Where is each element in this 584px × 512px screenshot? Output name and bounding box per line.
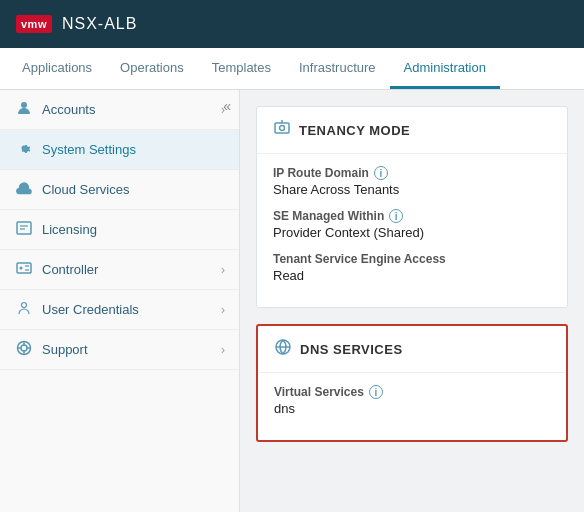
nav-item-infrastructure[interactable]: Infrastructure bbox=[285, 48, 390, 89]
dns-services-card: DNS SERVICES Virtual Services i dns bbox=[256, 324, 568, 442]
accounts-arrow-icon: › bbox=[221, 103, 225, 117]
vmw-logo: vmw bbox=[16, 15, 52, 33]
se-managed-within-field: SE Managed Within i Provider Context (Sh… bbox=[273, 209, 551, 240]
nav-item-templates[interactable]: Templates bbox=[198, 48, 285, 89]
sidebar-item-support[interactable]: Support › bbox=[0, 330, 239, 370]
svg-point-16 bbox=[280, 126, 285, 131]
sidebar-item-system-settings-label: System Settings bbox=[42, 142, 136, 157]
nav-item-applications[interactable]: Applications bbox=[8, 48, 106, 89]
sidebar-item-support-label: Support bbox=[42, 342, 88, 357]
sidebar-item-controller-label: Controller bbox=[42, 262, 98, 277]
sidebar-item-system-settings[interactable]: System Settings bbox=[0, 130, 239, 170]
ip-route-domain-field: IP Route Domain i Share Across Tenants bbox=[273, 166, 551, 197]
svg-point-8 bbox=[22, 303, 27, 308]
ip-route-domain-label: IP Route Domain i bbox=[273, 166, 551, 180]
licensing-icon bbox=[16, 220, 32, 239]
sidebar-item-user-credentials-label: User Credentials bbox=[42, 302, 139, 317]
svg-point-10 bbox=[21, 345, 27, 351]
tenancy-mode-card: TENANCY MODE IP Route Domain i Share Acr… bbox=[256, 106, 568, 308]
support-icon bbox=[16, 340, 32, 359]
virtual-services-value: dns bbox=[274, 401, 550, 416]
tenant-service-engine-access-label: Tenant Service Engine Access bbox=[273, 252, 551, 266]
dns-services-card-header: DNS SERVICES bbox=[258, 326, 566, 373]
ip-route-domain-value: Share Across Tenants bbox=[273, 182, 551, 197]
user-credentials-icon bbox=[16, 300, 32, 319]
dns-services-body: Virtual Services i dns bbox=[258, 373, 566, 440]
header: vmw NSX-ALB bbox=[0, 0, 584, 48]
svg-rect-15 bbox=[275, 123, 289, 133]
ip-route-domain-info-icon[interactable]: i bbox=[374, 166, 388, 180]
sidebar: « Accounts › System Settings Cloud Servi… bbox=[0, 90, 240, 512]
virtual-services-label: Virtual Services i bbox=[274, 385, 550, 399]
sidebar-item-cloud-services[interactable]: Cloud Services bbox=[0, 170, 239, 210]
tenant-service-engine-access-value: Read bbox=[273, 268, 551, 283]
sidebar-item-accounts-label: Accounts bbox=[42, 102, 95, 117]
nav-item-operations[interactable]: Operations bbox=[106, 48, 198, 89]
support-arrow-icon: › bbox=[221, 343, 225, 357]
svg-point-5 bbox=[20, 267, 23, 270]
sidebar-item-cloud-services-label: Cloud Services bbox=[42, 182, 129, 197]
tenancy-mode-title: TENANCY MODE bbox=[299, 123, 410, 138]
controller-icon bbox=[16, 260, 32, 279]
virtual-services-info-icon[interactable]: i bbox=[369, 385, 383, 399]
main-layout: « Accounts › System Settings Cloud Servi… bbox=[0, 90, 584, 512]
dns-services-icon bbox=[274, 338, 292, 360]
nav-item-administration[interactable]: Administration bbox=[390, 48, 500, 89]
user-credentials-arrow-icon: › bbox=[221, 303, 225, 317]
controller-arrow-icon: › bbox=[221, 263, 225, 277]
tenancy-mode-card-header: TENANCY MODE bbox=[257, 107, 567, 154]
sidebar-item-controller[interactable]: Controller › bbox=[0, 250, 239, 290]
svg-rect-1 bbox=[17, 222, 31, 234]
sidebar-item-accounts[interactable]: Accounts › bbox=[0, 90, 239, 130]
content-area: TENANCY MODE IP Route Domain i Share Acr… bbox=[240, 90, 584, 512]
sidebar-item-licensing-label: Licensing bbox=[42, 222, 97, 237]
dns-services-title: DNS SERVICES bbox=[300, 342, 403, 357]
se-managed-within-label: SE Managed Within i bbox=[273, 209, 551, 223]
sidebar-item-licensing[interactable]: Licensing bbox=[0, 210, 239, 250]
system-settings-icon bbox=[16, 140, 32, 159]
cloud-services-icon bbox=[16, 180, 32, 199]
virtual-services-field: Virtual Services i dns bbox=[274, 385, 550, 416]
nav-bar: Applications Operations Templates Infras… bbox=[0, 48, 584, 90]
accounts-icon bbox=[16, 100, 32, 119]
sidebar-item-user-credentials[interactable]: User Credentials › bbox=[0, 290, 239, 330]
svg-point-0 bbox=[21, 102, 27, 108]
tenancy-mode-icon bbox=[273, 119, 291, 141]
svg-rect-4 bbox=[17, 263, 31, 273]
se-managed-within-info-icon[interactable]: i bbox=[389, 209, 403, 223]
tenancy-mode-body: IP Route Domain i Share Across Tenants S… bbox=[257, 154, 567, 307]
tenant-service-engine-access-field: Tenant Service Engine Access Read bbox=[273, 252, 551, 283]
se-managed-within-value: Provider Context (Shared) bbox=[273, 225, 551, 240]
app-title: NSX-ALB bbox=[62, 15, 137, 33]
